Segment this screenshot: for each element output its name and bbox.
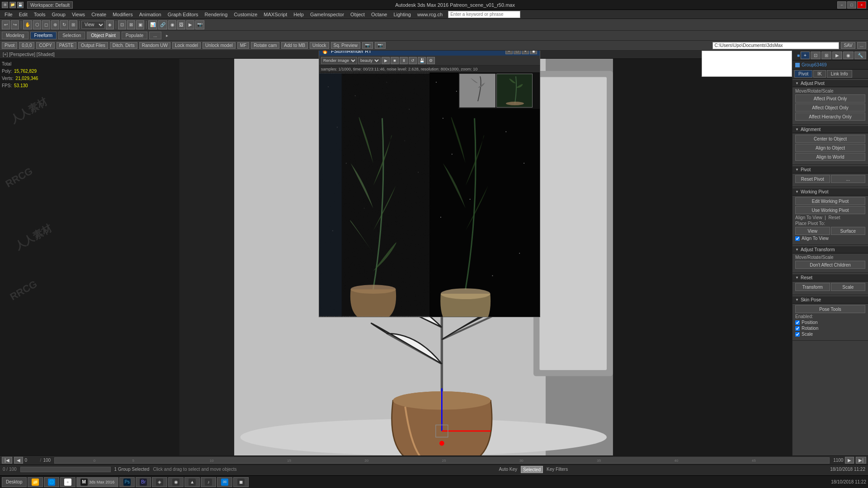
tab-populate[interactable]: Populate (122, 32, 147, 39)
reset-header[interactable]: Reset (793, 274, 868, 282)
panel-hierarchy-btn[interactable]: ⊞ (821, 52, 831, 59)
panel-scroll-area[interactable]: Adjust Pivot Move/Rotate/Scale Affect Pi… (793, 79, 868, 455)
viewport[interactable]: [+] [Perspective] [Shaded] (0, 51, 792, 455)
render-cam-btn[interactable]: 📷 (362, 42, 373, 49)
tab-freeform[interactable]: Freeform (30, 32, 57, 39)
material-editor-button[interactable]: ◉ (168, 20, 176, 29)
workspace-selector[interactable]: Workspace: Default (27, 1, 73, 9)
panel-create-btn[interactable]: + (801, 52, 810, 59)
dont-affect-children-btn[interactable]: Don't Affect Children (795, 261, 865, 269)
copy-btn[interactable]: COPY (36, 42, 54, 49)
pivot-button[interactable]: ◈ (106, 20, 114, 29)
menu-object[interactable]: Object (348, 11, 368, 18)
save-path-btn[interactable]: SAV (841, 42, 855, 49)
render-save-btn[interactable]: 💾 (418, 57, 426, 64)
menu-rendering[interactable]: Rendering (202, 11, 231, 18)
render-close-btn[interactable]: × (522, 51, 529, 54)
random-uw-btn[interactable]: Random UW (139, 42, 170, 49)
move-button[interactable]: ⊕ (51, 20, 59, 29)
reset-scale-btn[interactable]: Scale (831, 283, 866, 291)
menu-customize[interactable]: Customize (231, 11, 260, 18)
menu-tools[interactable]: Tools (31, 11, 48, 18)
scale-checkbox[interactable] (795, 332, 800, 337)
menu-gameinspector[interactable]: GameInspector (307, 11, 347, 18)
rotation-checkbox[interactable] (795, 326, 800, 331)
timeline-start-btn[interactable]: |◀ (2, 457, 12, 464)
mail-btn[interactable]: ✉ (217, 477, 232, 487)
render-minimize-btn[interactable]: − (505, 51, 513, 54)
track-view-button[interactable]: 📊 (148, 20, 157, 29)
pivot-btn[interactable]: Pivot (2, 42, 17, 49)
extra-app-btn4[interactable]: ♪ (201, 477, 216, 487)
paste-btn[interactable]: PASTE (57, 42, 76, 49)
bridge-btn[interactable]: Br (136, 477, 151, 487)
render-stop-btn[interactable]: ■ (391, 57, 399, 64)
render-frame-button[interactable]: 📷 (195, 20, 204, 29)
adjust-transform-header[interactable]: Adjust Transform (793, 246, 868, 253)
sq-preview-btn[interactable]: Sq. Preview (331, 42, 360, 49)
path-input[interactable] (712, 42, 839, 49)
tab-modeling[interactable]: Modeling (2, 32, 28, 39)
unlock-btn[interactable]: Unlock (310, 42, 329, 49)
affect-pivot-only-btn[interactable]: Affect Pivot Only (795, 94, 865, 103)
render-setup-button[interactable]: 🖼 (177, 20, 185, 29)
use-working-pivot-btn[interactable]: Use Working Pivot (795, 206, 865, 214)
scale-button[interactable]: ⊞ (69, 20, 77, 29)
timeline-prev-btn[interactable]: ◀ (14, 457, 23, 464)
timeline-scrubber[interactable] (20, 467, 111, 472)
working-pivot-header[interactable]: Working Pivot (793, 188, 868, 196)
menu-help[interactable]: Help (291, 11, 307, 18)
menu-graph-editors[interactable]: Graph Editors (165, 11, 201, 18)
render-reset-btn[interactable]: ↺ (409, 57, 417, 64)
skin-pose-header[interactable]: Skin Pose (793, 296, 868, 304)
minimize-button[interactable]: − (837, 1, 846, 9)
rotate-button[interactable]: ↻ (60, 20, 68, 29)
reset-pivot-extra-btn[interactable]: ... (831, 175, 866, 183)
chrome-btn[interactable]: ● (60, 477, 75, 487)
menu-create[interactable]: Create (89, 11, 109, 18)
select-button[interactable]: ✋ (23, 20, 32, 29)
position-checkbox[interactable] (795, 320, 800, 325)
render-restore-btn[interactable]: □ (514, 51, 521, 54)
render-cam-btn2[interactable]: 📷 (375, 42, 386, 49)
tab-selection[interactable]: Selection (58, 32, 85, 39)
tab-object-paint[interactable]: Object Paint (87, 32, 119, 39)
menu-animation[interactable]: Animation (137, 11, 164, 18)
extra-app-btn2[interactable]: ◉ (168, 477, 184, 487)
photoshop-btn[interactable]: Ps (119, 477, 135, 487)
start-button[interactable]: Desktop (2, 477, 27, 487)
browse-btn[interactable]: ... (857, 42, 866, 49)
render-start-btn[interactable]: ▶ (382, 57, 390, 64)
align-to-object-btn[interactable]: Align to Object (795, 144, 865, 152)
alignment-header[interactable]: Alignment (793, 126, 868, 133)
layer-manager-button[interactable]: ▣ (136, 20, 144, 29)
lock-model-btn[interactable]: Lock model (172, 42, 201, 49)
ditch-dirts-btn[interactable]: Ditch. Dirts (110, 42, 137, 49)
unlock-model-btn[interactable]: Unlock model (203, 42, 236, 49)
affect-object-only-btn[interactable]: Affect Object Only (795, 103, 865, 112)
redo-button[interactable]: ↪ (11, 20, 19, 29)
extra-app-btn[interactable]: ◈ (152, 477, 167, 487)
tab-more[interactable]: ... (149, 32, 161, 39)
maximize-button[interactable]: □ (847, 1, 856, 9)
menu-extra[interactable]: www.rcg.ch (415, 11, 445, 18)
file-explorer-btn[interactable]: 📁 (28, 477, 43, 487)
menu-file[interactable]: File (2, 11, 15, 18)
schematic-view-button[interactable]: 🔗 (158, 20, 167, 29)
menu-group[interactable]: Group (49, 11, 68, 18)
align-to-world-btn[interactable]: Align to World (795, 153, 865, 161)
mirror-button[interactable]: ⊡ (118, 20, 126, 29)
menu-octane[interactable]: Octane (368, 11, 390, 18)
rotate-cam-btn[interactable]: Rotate cam (251, 42, 279, 49)
select-region-button[interactable]: ⬡ (33, 20, 41, 29)
window-cross-button[interactable]: ◻ (42, 20, 50, 29)
render-pause-btn[interactable]: ⏸ (400, 57, 408, 64)
menu-maxscript[interactable]: MAXScript (261, 11, 290, 18)
add-to-mb-btn[interactable]: Add to MB (281, 42, 308, 49)
menu-lighting[interactable]: Lighting (391, 11, 414, 18)
panel-motion-btn[interactable]: ▶ (832, 52, 842, 59)
adjust-pivot-header[interactable]: Adjust Pivot (793, 80, 868, 87)
extra-app-btn3[interactable]: ▲ (184, 477, 200, 487)
render-settings-btn[interactable]: ⚙ (427, 57, 435, 64)
menu-edit[interactable]: Edit (16, 11, 30, 18)
